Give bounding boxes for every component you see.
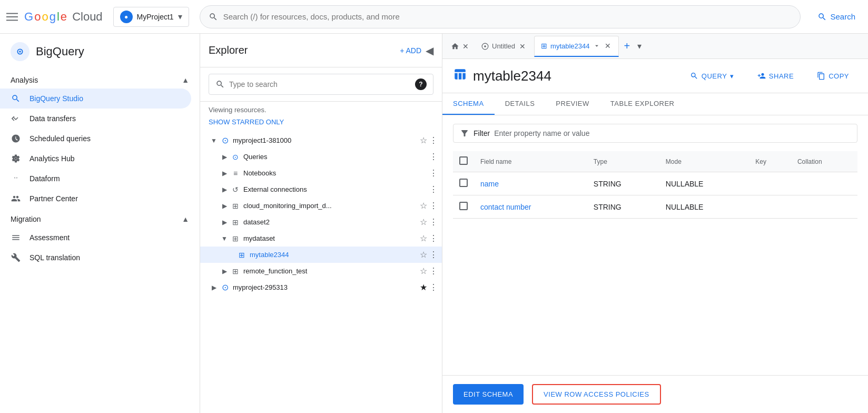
tree-item-myproject1[interactable]: ▼ ⊙ myproject1-381000 ☆ ⋮ <box>200 132 442 149</box>
more-icon-external[interactable]: ⋮ <box>429 184 438 194</box>
search-input-box: ? <box>209 74 433 95</box>
tree-arrow-mydataset: ▼ <box>219 235 230 242</box>
tree-label-cloud-monitoring: cloud_monitoring_import_d... <box>243 202 420 210</box>
tree-item-mydataset[interactable]: ▼ ⊞ mydataset ☆ ⋮ <box>200 230 442 247</box>
tree-item-dataset2[interactable]: ▶ ⊞ dataset2 ☆ ⋮ <box>200 214 442 230</box>
star-icon-myproject295[interactable]: ★ <box>420 282 427 292</box>
mytable-tab-dropdown[interactable] <box>593 42 600 50</box>
nav-item-scheduled-queries[interactable]: Scheduled queries <box>0 129 191 149</box>
explorer-search-input[interactable] <box>229 80 411 88</box>
star-icon-myproject1[interactable]: ☆ <box>420 135 427 145</box>
tree-item-remote-function[interactable]: ▶ ⊞ remote_function_test ☆ ⋮ <box>200 263 442 279</box>
project-selector[interactable]: ● MyProject1 ▾ <box>113 7 189 27</box>
show-starred-button[interactable]: SHOW STARRED ONLY <box>200 116 442 132</box>
header-checkbox[interactable] <box>459 156 468 165</box>
col-mode: Mode <box>659 151 749 172</box>
filter-icon <box>460 129 469 138</box>
edit-schema-button[interactable]: EDIT SCHEMA <box>453 384 524 405</box>
remote-function-icon: ⊞ <box>230 267 241 276</box>
nav-label-sql-translation: SQL translation <box>29 253 80 262</box>
more-icon-notebooks[interactable]: ⋮ <box>429 168 438 178</box>
more-icon-queries[interactable]: ⋮ <box>429 152 438 162</box>
query-dropdown-icon: ▾ <box>730 72 734 80</box>
menu-icon[interactable] <box>6 11 18 23</box>
untitled-tab-close[interactable]: ✕ <box>518 41 527 52</box>
global-search-input[interactable] <box>223 12 792 21</box>
home-tab-close[interactable]: ✕ <box>461 41 470 52</box>
nav-item-assessment[interactable]: Assessment <box>0 228 191 248</box>
nav-label-partner-center: Partner Center <box>29 194 78 203</box>
dataform-icon <box>11 174 21 183</box>
more-icon-myproject1[interactable]: ⋮ <box>429 135 438 145</box>
project-icon: ⊙ <box>219 135 231 145</box>
nav-section-migration[interactable]: Migration ▲ <box>0 209 200 228</box>
untitled-tab-icon <box>481 43 489 50</box>
star-icon-dataset2[interactable]: ☆ <box>420 217 427 227</box>
tab-home[interactable]: ✕ <box>447 36 474 57</box>
nav-label-assessment: Assessment <box>29 233 70 242</box>
mytable-tab-close[interactable]: ✕ <box>604 41 612 51</box>
nav-item-dataform[interactable]: Dataform <box>0 169 191 189</box>
more-icon-mytable2344[interactable]: ⋮ <box>429 250 438 260</box>
share-btn-label: SHARE <box>769 72 794 80</box>
copy-button[interactable]: COPY <box>808 67 857 84</box>
inner-tab-details[interactable]: DETAILS <box>495 93 546 115</box>
inner-tabs: SCHEMA DETAILS PREVIEW TABLE EXPLORER <box>442 93 868 115</box>
tree-item-notebooks[interactable]: ▶ ≡ Notebooks ⋮ <box>200 165 442 181</box>
share-icon <box>757 72 766 80</box>
svg-point-8 <box>484 45 486 47</box>
star-icon-remote-function[interactable]: ☆ <box>420 266 427 276</box>
row1-field-link[interactable]: name <box>480 180 499 188</box>
search-button[interactable]: Search <box>811 9 862 25</box>
nav-item-partner-center[interactable]: Partner Center <box>0 189 191 209</box>
nav-item-bigquery-studio[interactable]: BigQuery Studio <box>0 88 191 109</box>
explorer-search-area: ? <box>200 67 442 102</box>
row1-checkbox[interactable] <box>459 179 468 187</box>
nav-item-analytics-hub[interactable]: Analytics Hub <box>0 149 191 169</box>
inner-tab-schema[interactable]: SCHEMA <box>442 93 495 115</box>
query-button[interactable]: QUERY ▾ <box>682 67 743 84</box>
view-row-access-button[interactable]: VIEW ROW ACCESS POLICIES <box>532 384 661 405</box>
tree-item-queries[interactable]: ▶ ⊙ Queries ⋮ <box>200 149 442 165</box>
tree-item-mytable2344[interactable]: ⊞ mytable2344 ☆ ⋮ <box>200 247 442 263</box>
row1-collation <box>791 172 857 195</box>
tree-label-dataset2: dataset2 <box>243 218 420 226</box>
row2-checkbox[interactable] <box>459 202 468 210</box>
partner-center-icon <box>11 194 21 203</box>
more-tabs-button[interactable]: ▾ <box>635 41 644 51</box>
tab-untitled[interactable]: Untitled ✕ <box>475 36 533 57</box>
svg-rect-0 <box>6 13 18 14</box>
add-tab-button[interactable]: + <box>620 40 635 52</box>
filter-label: Filter <box>474 129 490 137</box>
more-icon-cloud-monitoring[interactable]: ⋮ <box>429 201 438 211</box>
nav-item-sql-translation[interactable]: SQL translation <box>0 248 191 268</box>
star-icon-mydataset[interactable]: ☆ <box>420 233 427 243</box>
help-icon[interactable]: ? <box>415 78 427 90</box>
tree-actions-cloud-monitoring: ☆ ⋮ <box>420 201 438 211</box>
tab-mytable2344[interactable]: ⊞ mytable2344 ✕ <box>534 36 618 57</box>
more-icon-dataset2[interactable]: ⋮ <box>429 217 438 227</box>
notebooks-icon: ≡ <box>230 169 241 178</box>
share-button[interactable]: SHARE <box>749 67 802 84</box>
tree-item-cloud-monitoring[interactable]: ▶ ⊞ cloud_monitoring_import_d... ☆ ⋮ <box>200 198 442 214</box>
add-button[interactable]: + ADD <box>400 46 421 55</box>
inner-tab-table-explorer[interactable]: TABLE EXPLORER <box>600 93 685 115</box>
inner-tab-preview[interactable]: PREVIEW <box>545 93 599 115</box>
row2-field-link[interactable]: contact number <box>480 203 531 211</box>
collapse-button[interactable]: ◀ <box>426 44 433 57</box>
col-collation: Collation <box>791 151 857 172</box>
nav-label-data-transfers: Data transfers <box>29 114 76 123</box>
main-layout: BigQuery Analysis ▲ BigQuery Studio Data… <box>0 34 868 413</box>
tree-arrow-queries: ▶ <box>219 153 230 161</box>
star-icon-cloud-monitoring[interactable]: ☆ <box>420 201 427 211</box>
more-icon-remote-function[interactable]: ⋮ <box>429 266 438 276</box>
sidebar-nav: Analysis ▲ BigQuery Studio Data transfer… <box>0 70 200 413</box>
more-icon-mydataset[interactable]: ⋮ <box>429 233 438 243</box>
more-icon-myproject295[interactable]: ⋮ <box>429 282 438 292</box>
tree-item-myproject295[interactable]: ▶ ⊙ myproject-295313 ★ ⋮ <box>200 279 442 296</box>
tree-item-external[interactable]: ▶ ↺ External connections ⋮ <box>200 181 442 198</box>
nav-item-data-transfers[interactable]: Data transfers <box>0 109 191 129</box>
star-icon-mytable2344[interactable]: ☆ <box>420 250 427 260</box>
global-search-bar[interactable] <box>200 5 801 28</box>
nav-section-analysis[interactable]: Analysis ▲ <box>0 70 200 88</box>
